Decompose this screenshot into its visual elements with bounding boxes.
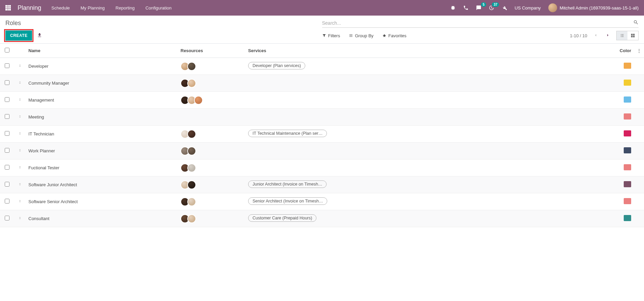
column-services[interactable]: Services [245,44,614,58]
messages-icon[interactable]: 5 [476,5,481,10]
avatar-icon[interactable] [187,180,196,189]
tools-icon[interactable] [502,5,507,10]
services-cell [245,75,614,92]
row-checkbox[interactable] [5,216,9,220]
color-swatch[interactable] [624,215,631,221]
drag-handle-icon[interactable] [14,210,26,227]
nav-item-configuration[interactable]: Configuration [145,5,171,10]
role-name-cell: Management [26,92,178,109]
color-swatch[interactable] [624,147,631,153]
row-checkbox[interactable] [5,63,9,68]
drag-handle-icon[interactable] [14,75,26,92]
pager-text[interactable]: 1-10 / 10 [570,33,587,38]
table-row[interactable]: Fuctional Tester [0,159,644,176]
avatar-icon[interactable] [187,147,196,155]
apps-icon[interactable] [5,5,11,10]
services-cell [245,143,614,159]
table-row[interactable]: Work Planner [0,143,644,159]
kanban-view-icon[interactable] [627,31,638,40]
drag-handle-icon[interactable] [14,159,26,176]
column-color[interactable]: Color [614,44,634,58]
row-trailing-cell [634,159,644,176]
avatar-icon[interactable] [187,197,196,206]
service-tag[interactable]: Customer Care (Prepaid Hours) [248,214,316,222]
row-trailing-cell [634,193,644,210]
row-checkbox[interactable] [5,148,9,153]
color-cell [614,75,634,92]
favorites-menu[interactable]: Favorites [382,33,406,38]
drag-handle-icon[interactable] [14,143,26,159]
avatar-icon[interactable] [194,96,203,105]
company-switcher[interactable]: US Company [515,5,541,10]
table-row[interactable]: IT TechnicianIT Technical Maintenance (P… [0,126,644,143]
color-swatch[interactable] [624,63,631,69]
service-tag[interactable]: Developer (Plan services) [248,62,305,69]
service-tag[interactable]: Junior Architect (Invoice on Timesh… [248,180,327,188]
avatar-icon[interactable] [187,62,196,71]
color-swatch[interactable] [624,181,631,187]
phone-icon[interactable] [463,5,469,10]
table-row[interactable]: Meeting [0,109,644,126]
drag-handle-icon[interactable] [14,92,26,109]
color-swatch[interactable] [624,113,631,120]
drag-handle-icon[interactable] [14,126,26,143]
table-row[interactable]: Community Manager [0,75,644,92]
drag-handle-icon[interactable] [14,176,26,193]
bug-icon[interactable] [450,5,456,10]
list-view-icon[interactable] [617,31,627,40]
table-row[interactable]: ConsultantCustomer Care (Prepaid Hours) [0,210,644,227]
table-row[interactable]: Software Senior ArchitectSenior Architec… [0,193,644,210]
download-icon[interactable] [37,33,42,39]
search-icon[interactable] [633,20,639,26]
service-tag[interactable]: IT Technical Maintenance (Plan ser… [248,130,327,137]
role-name-cell: IT Technician [26,126,178,143]
color-swatch[interactable] [624,80,631,86]
services-cell: Customer Care (Prepaid Hours) [245,210,614,227]
role-name-cell: Software Junior Architect [26,176,178,193]
resources-cell [178,109,245,126]
service-tag[interactable]: Senior Architect (Invoice on Timesh… [248,197,327,205]
nav-item-reporting[interactable]: Reporting [116,5,135,10]
nav-menu: ScheduleMy PlanningReportingConfiguratio… [51,5,182,10]
groupby-menu[interactable]: Group By [349,33,374,38]
table-row[interactable]: Software Junior ArchitectJunior Architec… [0,176,644,193]
table-row[interactable]: Management [0,92,644,109]
resources-cell [178,58,245,75]
color-swatch[interactable] [624,198,631,204]
column-options-icon[interactable]: ⋮ [634,44,644,58]
pager-next-icon[interactable] [604,31,612,40]
avatar-icon[interactable] [187,214,196,223]
resources-cell [178,92,245,109]
search-input[interactable] [322,20,634,26]
drag-handle-icon[interactable] [14,109,26,126]
select-all-checkbox[interactable] [5,48,9,52]
column-name[interactable]: Name [26,44,178,58]
color-swatch[interactable] [624,96,631,103]
row-checkbox[interactable] [5,131,9,136]
color-swatch[interactable] [624,164,631,170]
row-checkbox[interactable] [5,114,9,119]
avatar-icon[interactable] [187,130,196,138]
color-swatch[interactable] [624,130,631,136]
column-resources[interactable]: Resources [178,44,245,58]
activities-icon[interactable]: 37 [489,5,494,10]
search-box[interactable] [322,18,639,28]
avatar-icon[interactable] [187,79,196,88]
avatar-icon[interactable] [187,164,196,172]
row-checkbox[interactable] [5,182,9,187]
table-row[interactable]: DeveloperDeveloper (Plan services) [0,58,644,75]
drag-handle-icon[interactable] [14,193,26,210]
nav-item-my-planning[interactable]: My Planning [80,5,105,10]
row-checkbox[interactable] [5,97,9,102]
module-title[interactable]: Planning [18,4,41,12]
user-menu[interactable]: Mitchell Admin (16970939-saas-15-1-all) [548,3,639,12]
row-checkbox[interactable] [5,165,9,170]
create-button[interactable]: CREATE [5,30,32,41]
drag-handle-icon[interactable] [14,58,26,75]
row-checkbox[interactable] [5,199,9,203]
pager-prev-icon[interactable] [592,31,599,40]
color-cell [614,176,634,193]
filters-menu[interactable]: Filters [322,33,340,38]
nav-item-schedule[interactable]: Schedule [51,5,70,10]
row-checkbox[interactable] [5,80,9,85]
